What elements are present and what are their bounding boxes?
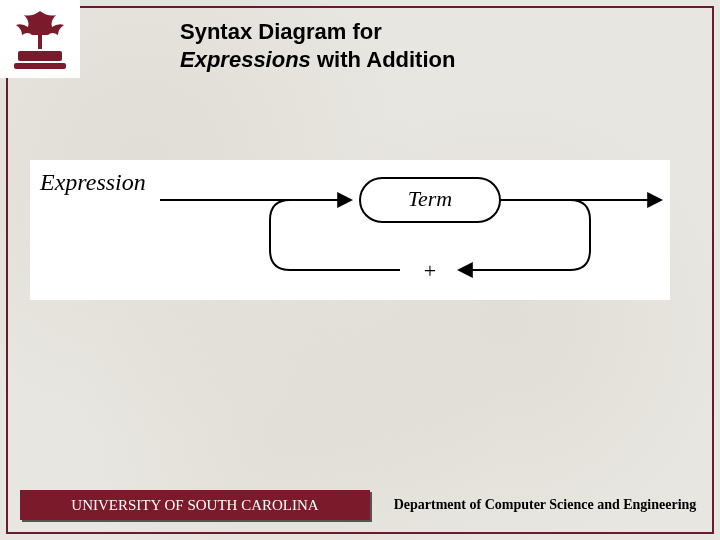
syntax-diagram-svg: Expression Term + bbox=[30, 160, 670, 300]
footer-university-bar: UNIVERSITY OF SOUTH CAROLINA bbox=[20, 490, 370, 520]
footer-department: Department of Computer Science and Engin… bbox=[390, 490, 700, 520]
university-logo bbox=[0, 0, 80, 78]
footer-university-text: UNIVERSITY OF SOUTH CAROLINA bbox=[71, 497, 318, 514]
title-line-2: Expressions with Addition bbox=[180, 46, 455, 74]
diagram-entry-label: Expression bbox=[39, 169, 146, 195]
footer-department-text: Department of Computer Science and Engin… bbox=[394, 497, 697, 513]
slide-title: Syntax Diagram for Expressions with Addi… bbox=[180, 18, 455, 73]
svg-rect-0 bbox=[18, 51, 62, 61]
syntax-diagram: Expression Term + bbox=[30, 160, 670, 300]
title-rest: with Addition bbox=[311, 47, 456, 72]
term-node-label: Term bbox=[408, 186, 452, 211]
title-italic-word: Expressions bbox=[180, 47, 311, 72]
title-line-1: Syntax Diagram for bbox=[180, 18, 455, 46]
loop-operator-label: + bbox=[424, 258, 436, 283]
palmetto-logo-icon bbox=[10, 7, 70, 71]
svg-rect-1 bbox=[14, 63, 66, 69]
